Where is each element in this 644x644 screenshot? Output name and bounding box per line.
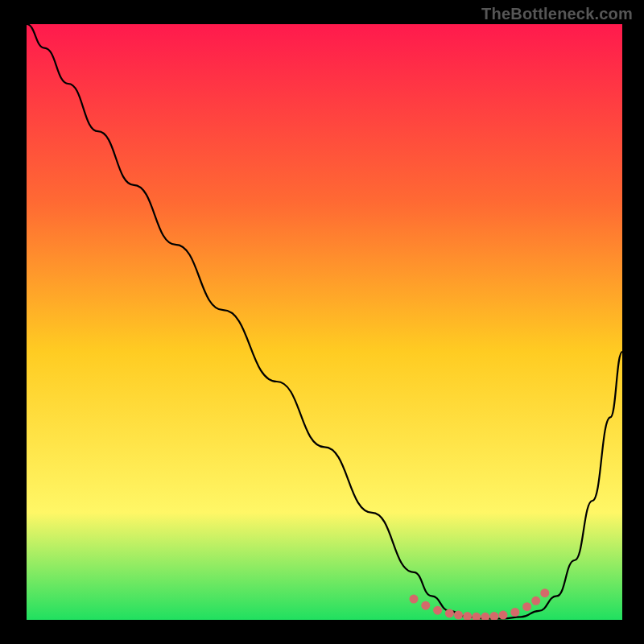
bottleneck-plot [0, 0, 644, 644]
marker-dot [510, 608, 519, 617]
chart-frame: TheBottleneck.com [0, 0, 644, 644]
marker-dot [454, 611, 463, 620]
marker-dot [499, 611, 508, 620]
marker-dot [531, 597, 540, 605]
marker-dot [540, 588, 549, 597]
marker-dot [522, 602, 531, 611]
marker-dot [410, 595, 419, 604]
marker-dot [481, 613, 489, 621]
marker-dot [433, 606, 442, 615]
marker-dot [463, 612, 472, 621]
gradient-background [27, 24, 622, 620]
marker-dot [489, 612, 498, 621]
marker-dot [445, 609, 454, 617]
marker-dot [472, 613, 481, 621]
marker-dot [421, 601, 430, 610]
watermark-text: TheBottleneck.com [481, 5, 633, 23]
